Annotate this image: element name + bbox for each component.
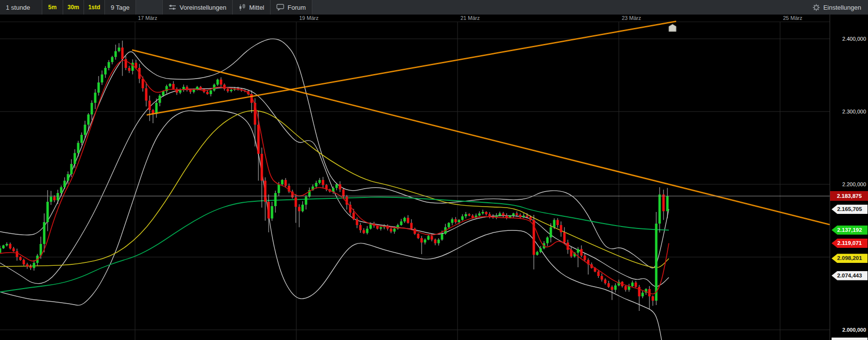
candle-body [359, 225, 362, 230]
speech-bubble-icon [276, 4, 284, 11]
timeframe-button-5m[interactable]: 5m [42, 0, 63, 15]
candle-body [128, 68, 131, 71]
candle-body [145, 88, 148, 101]
candle-body [356, 219, 358, 225]
settings-button[interactable]: Einstellungen [806, 0, 868, 15]
candle-body [431, 236, 433, 240]
price-chart-canvas[interactable]: 17 März19 März21 März23 März25 März [0, 15, 830, 340]
candle-body [635, 283, 637, 287]
candle-body [206, 92, 209, 95]
presets-button[interactable]: Voreinstellungen [162, 0, 233, 15]
x-axis-label: 23 März [622, 15, 641, 21]
candle-body [261, 154, 263, 181]
candle-body [13, 248, 15, 251]
candle-body [264, 181, 267, 202]
candle-body [179, 90, 182, 93]
candle-body [614, 286, 617, 290]
candle-body [271, 206, 273, 219]
indicator-price-badge: 2.119,071 [832, 239, 868, 248]
candle-body [482, 212, 484, 213]
candle-body [427, 236, 430, 240]
candle-body [550, 227, 552, 238]
candle-body [115, 51, 117, 57]
candle-body [2, 245, 5, 248]
x-axis-label: 19 März [299, 15, 319, 21]
candle-body [98, 82, 100, 93]
candle-body [468, 214, 471, 216]
candle-body [597, 272, 600, 276]
toolbar-spacer [312, 0, 806, 15]
candle-body [67, 174, 69, 181]
candle-body [655, 224, 658, 301]
candle-body [380, 227, 382, 229]
candle-body [223, 85, 226, 89]
candle-body [19, 257, 22, 260]
candle-body [210, 91, 212, 95]
candle-body [319, 180, 321, 183]
timeframe-30m-label: 30m [68, 4, 79, 11]
trendline-descending[interactable] [132, 50, 830, 225]
y-axis-tick-label: 2.300,000 [832, 109, 866, 114]
candle-body [601, 276, 603, 280]
candle-body [499, 213, 501, 216]
candle-body [193, 90, 195, 92]
candle-body [9, 244, 12, 248]
candle-body [159, 96, 161, 103]
x-axis-label: 25 März [783, 15, 802, 21]
candle-body [560, 225, 562, 232]
candle-body [57, 193, 59, 200]
candle-body [363, 230, 365, 233]
range-button[interactable]: 9 Tage [105, 0, 136, 15]
candle-body [458, 220, 460, 223]
bollinger-lower-band [0, 111, 664, 340]
candle-body [121, 48, 124, 59]
candle-body [268, 202, 270, 219]
candle-body [546, 238, 549, 243]
candle-body [393, 229, 396, 232]
chart-area[interactable]: 17 März19 März21 März23 März25 März [0, 15, 830, 340]
mean-button[interactable]: Mittel [233, 0, 271, 15]
candle-body [332, 188, 335, 192]
y-axis-tick-label: 2.000,000 [832, 327, 866, 333]
candle-body [50, 197, 52, 202]
candle-body [295, 197, 297, 207]
candle-body [315, 183, 318, 187]
candle-body [322, 180, 324, 185]
candle-body [577, 249, 579, 253]
candle-body [608, 283, 610, 287]
candle-body [663, 194, 665, 211]
candle-body [540, 248, 542, 252]
candle-body [441, 234, 443, 240]
candle-body [366, 229, 369, 233]
timeframe-label: 1 stunde [6, 4, 30, 11]
candle-body [274, 193, 277, 206]
candle-body [155, 103, 158, 114]
candle-body [659, 194, 661, 224]
candle-body [47, 202, 49, 222]
candle-body [465, 214, 467, 217]
forum-label: Forum [288, 4, 306, 11]
candle-body [91, 103, 93, 114]
candle-body [257, 125, 260, 154]
candle-body [336, 184, 338, 188]
price-scale[interactable]: 2.400,0002.300,0002.200,0002.000,0002.18… [830, 15, 868, 340]
candle-body [400, 222, 403, 226]
timeframe-button-1std[interactable]: 1std [84, 0, 105, 15]
candle-body [64, 181, 66, 188]
candle-body [60, 187, 63, 193]
candle-body [94, 93, 97, 103]
settings-label: Einstellungen [823, 4, 861, 11]
candle-body [172, 84, 175, 89]
trendline-ascending[interactable] [147, 21, 676, 115]
timeframe-button-30m[interactable]: 30m [63, 0, 84, 15]
presets-label: Voreinstellungen [180, 4, 226, 11]
candle-body [285, 180, 287, 186]
candle-body [625, 286, 627, 290]
trendline-drag-handle[interactable] [669, 24, 676, 32]
candle-body [563, 232, 566, 243]
candle-body [149, 101, 151, 111]
x-axis-label: 21 März [460, 15, 480, 21]
forum-button[interactable]: Forum [271, 0, 312, 15]
timeframe-dropdown[interactable]: 1 stunde [0, 0, 42, 15]
candle-body [638, 287, 641, 297]
